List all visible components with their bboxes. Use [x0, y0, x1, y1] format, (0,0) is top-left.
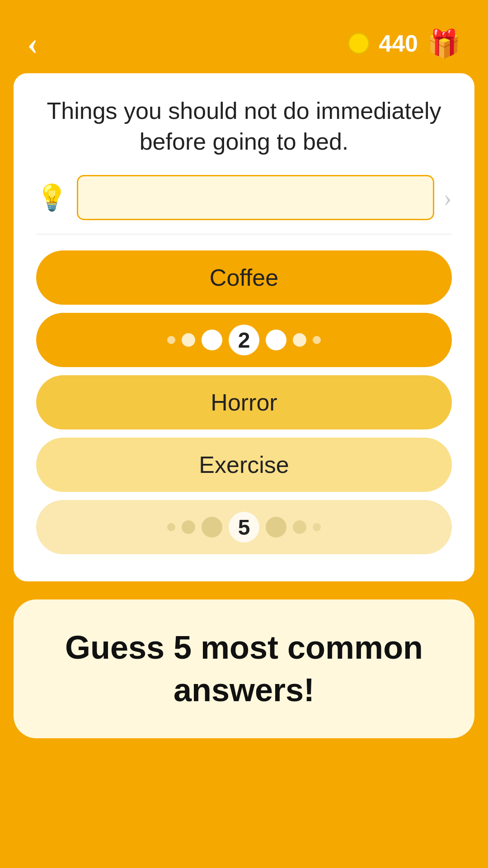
input-row: 💡 ›: [36, 175, 452, 220]
question-text: Things you should not do immediately bef…: [36, 96, 452, 157]
answer-exercise[interactable]: Exercise: [36, 438, 452, 492]
slot5-dots: 5: [167, 512, 321, 542]
back-button[interactable]: ‹: [27, 27, 38, 60]
bottom-card: Guess 5 most common answers!: [14, 599, 474, 738]
slot2-number: 2: [229, 325, 259, 355]
hint-icon[interactable]: 💡: [36, 183, 68, 212]
answer-slot-2[interactable]: 2: [36, 313, 452, 367]
divider: [36, 234, 452, 235]
coin-icon: [348, 33, 370, 54]
answer-horror[interactable]: Horror: [36, 375, 452, 429]
gift-icon[interactable]: 🎁: [427, 28, 461, 60]
bottom-card-text: Guess 5 most common answers!: [36, 627, 452, 711]
answers-list: Coffee 2 Horror Exercise: [36, 250, 452, 554]
slot2-dots: 2: [167, 325, 321, 355]
header-right: 440 🎁: [348, 28, 461, 60]
slot5-number: 5: [229, 512, 259, 542]
coin-count: 440: [379, 30, 418, 57]
header: ‹ 440 🎁: [0, 0, 488, 73]
answer-input[interactable]: [77, 175, 434, 220]
answer-slot-5[interactable]: 5: [36, 500, 452, 554]
main-card: Things you should not do immediately bef…: [14, 73, 474, 581]
answer-coffee[interactable]: Coffee: [36, 250, 452, 305]
next-button[interactable]: ›: [443, 183, 452, 212]
